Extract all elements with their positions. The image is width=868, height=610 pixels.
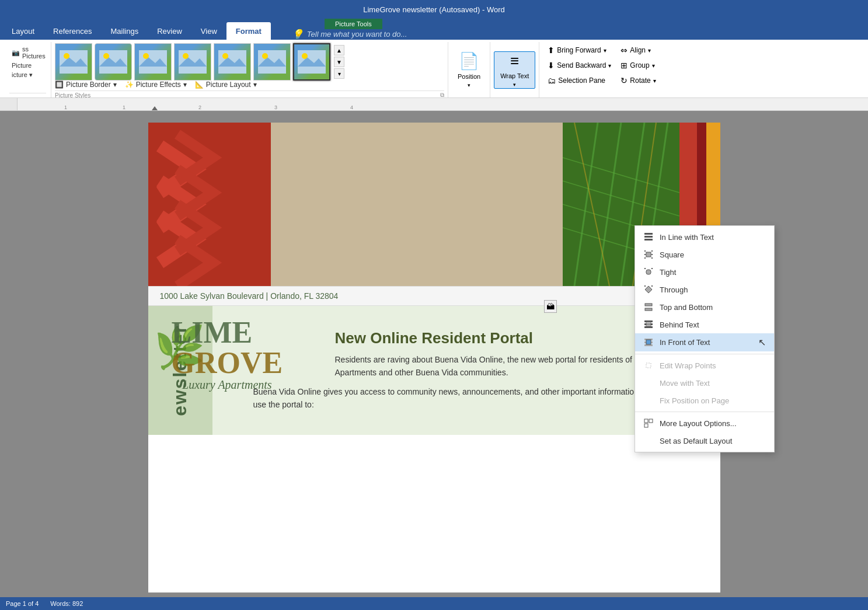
cursor-indicator: ↖ — [758, 337, 766, 348]
svg-marker-46 — [645, 286, 652, 293]
wrap-setdefault-icon — [643, 435, 654, 446]
wrap-separator-2 — [635, 412, 774, 412]
style-thumb-7[interactable] — [293, 43, 330, 81]
group-btn[interactable]: ⊞ Group ▾ — [617, 58, 659, 72]
svg-rect-59 — [646, 363, 651, 368]
style-thumb-6[interactable] — [253, 43, 291, 81]
svg-rect-38 — [644, 254, 646, 255]
picture-layout-btn[interactable]: 📐 Picture Layout ▾ — [195, 81, 257, 89]
wrap-tight-icon — [643, 267, 654, 277]
align-btn[interactable]: ⇔ Align ▾ — [617, 43, 659, 57]
svg-rect-40 — [651, 250, 653, 252]
status-page: Page 1 of 4 — [6, 600, 39, 607]
tab-layout[interactable]: Layout — [2, 22, 44, 40]
header-left-red — [148, 123, 271, 286]
tab-mailings[interactable]: Mailings — [102, 22, 148, 40]
wrap-infront-item[interactable]: In Front of Text ↖ — [635, 333, 774, 351]
app-title: LimeGrove newsletter (Autosaved) - Word — [7, 5, 861, 14]
newsletter-content: New Online Resident Portal Residents are… — [218, 323, 703, 412]
wrap-infront-icon — [643, 337, 654, 348]
article-body-1: Residents are raving about Buena Vida On… — [218, 353, 703, 379]
wrap-setdefault-item[interactable]: Set as Default Layout — [635, 432, 774, 449]
tab-format[interactable]: Format — [226, 22, 271, 40]
wrap-text-btn[interactable]: ≡ Wrap Text ▾ — [494, 51, 535, 89]
svg-rect-43 — [646, 270, 651, 274]
svg-rect-35 — [644, 239, 653, 240]
wrap-through-item[interactable]: Through — [635, 281, 774, 298]
picture-tools-label: Picture Tools — [325, 19, 382, 29]
svg-rect-42 — [651, 257, 653, 259]
wrap-square-icon — [643, 249, 654, 260]
rotate-btn[interactable]: ↻ Rotate ▾ — [617, 74, 659, 88]
scroll-up-arrow[interactable]: ▲ — [334, 45, 344, 55]
wrap-separator-1 — [635, 354, 774, 354]
svg-rect-33 — [644, 233, 653, 235]
document-area: 1000 Lake Sylvan Boulevard | Orlando, FL… — [0, 111, 868, 604]
title-bar: LimeGrove newsletter (Autosaved) - Word — [0, 0, 868, 19]
svg-rect-50 — [645, 308, 652, 311]
ruler-corner — [0, 98, 18, 110]
scroll-expand-arrow[interactable]: ▾ — [334, 68, 344, 79]
svg-point-20 — [302, 53, 308, 59]
style-scroll-arrows[interactable]: ▲ ▼ ▾ — [334, 45, 344, 79]
wrap-topbottom-icon — [643, 302, 654, 312]
style-thumb-4[interactable] — [174, 43, 211, 81]
picture-styles-bottom: 🔲 Picture Border ▾ ✨ Picture Effects ▾ 📐… — [55, 81, 444, 90]
wrap-tight-item[interactable]: Tight — [635, 263, 774, 281]
scroll-down-arrow[interactable]: ▼ — [334, 57, 344, 67]
style-thumb-3[interactable] — [134, 43, 172, 81]
picture-border-btn[interactable]: 🔲 Picture Border ▾ — [55, 81, 117, 89]
change-picture-btn[interactable]: Picture — [9, 61, 46, 70]
compress-pictures-btn[interactable]: 📷ss Pictures — [9, 44, 46, 61]
wrap-inline-icon — [643, 232, 654, 242]
svg-point-8 — [143, 53, 149, 59]
wrap-morelayout-icon — [643, 418, 654, 428]
svg-rect-37 — [644, 250, 646, 252]
tab-view[interactable]: View — [191, 22, 226, 40]
wrap-inline-item[interactable]: In Line with Text — [635, 228, 774, 246]
style-thumb-5[interactable] — [214, 43, 251, 81]
svg-rect-44 — [644, 268, 646, 269]
svg-rect-41 — [651, 254, 653, 255]
wrap-behind-item[interactable]: Behind Text — [635, 316, 774, 333]
wrap-fixpos-item: Fix Position on Page — [635, 392, 774, 409]
picture-styles-group-label: Picture Styles — [55, 92, 90, 99]
wrap-square-item[interactable]: Square — [635, 246, 774, 263]
ruler-marks: 1 1 2 3 4 — [18, 98, 868, 110]
arrange-group: ⬆ Bring Forward ▾ ⬇ Send Backward ▾ 🗂 Se… — [539, 42, 664, 97]
wrap-fixpos-icon — [643, 395, 654, 406]
wrap-movewith-icon — [643, 378, 654, 388]
tab-review[interactable]: Review — [148, 22, 191, 40]
picture-styles-group: ▲ ▼ ▾ 🔲 Picture Border ▾ ✨ Picture Effec… — [51, 42, 448, 97]
article-body-2: Buena Vida Online gives you access to co… — [218, 385, 703, 412]
send-backward-btn[interactable]: ⬇ Send Backward ▾ — [544, 58, 615, 72]
svg-point-5 — [103, 53, 109, 59]
image-anchor-handle[interactable]: 🏔 — [544, 300, 557, 313]
logo-subtitle: Luxury Apartments — [172, 378, 283, 392]
status-bar: Page 1 of 4 Words: 892 — [0, 597, 868, 610]
style-thumb-1[interactable] — [55, 43, 92, 81]
selection-pane-btn[interactable]: 🗂 Selection Pane — [544, 74, 615, 88]
reset-picture-btn[interactable]: icture ▾ — [9, 70, 46, 80]
svg-rect-62 — [644, 424, 648, 427]
wrap-behind-icon — [643, 319, 654, 330]
wrap-topbottom-item[interactable]: Top and Bottom — [635, 298, 774, 316]
ribbon: 📷ss Pictures Picture icture ▾ — [0, 40, 868, 98]
picture-style-thumbnails: ▲ ▼ ▾ — [55, 43, 444, 81]
wrap-morelayout-item[interactable]: More Layout Options... — [635, 414, 774, 432]
logo-grove: GROVE — [172, 348, 283, 378]
svg-rect-45 — [651, 268, 653, 269]
tab-references[interactable]: References — [44, 22, 101, 40]
svg-point-11 — [183, 53, 189, 59]
bring-forward-btn[interactable]: ⬆ Bring Forward ▾ — [544, 43, 615, 57]
wrap-text-dropdown: In Line with Text Square Tight Through T… — [635, 225, 775, 452]
tell-me-search[interactable]: 💡 Tell me what you want to do... — [283, 29, 417, 40]
svg-rect-54 — [646, 322, 651, 326]
svg-rect-47 — [644, 285, 646, 287]
wrap-through-icon — [643, 284, 654, 295]
status-words: Words: 892 — [50, 600, 83, 607]
style-thumb-2[interactable] — [95, 43, 132, 81]
svg-point-17 — [262, 53, 268, 59]
position-btn[interactable]: 📄 Position ▾ — [452, 51, 486, 89]
picture-effects-btn[interactable]: ✨ Picture Effects ▾ — [125, 81, 187, 89]
